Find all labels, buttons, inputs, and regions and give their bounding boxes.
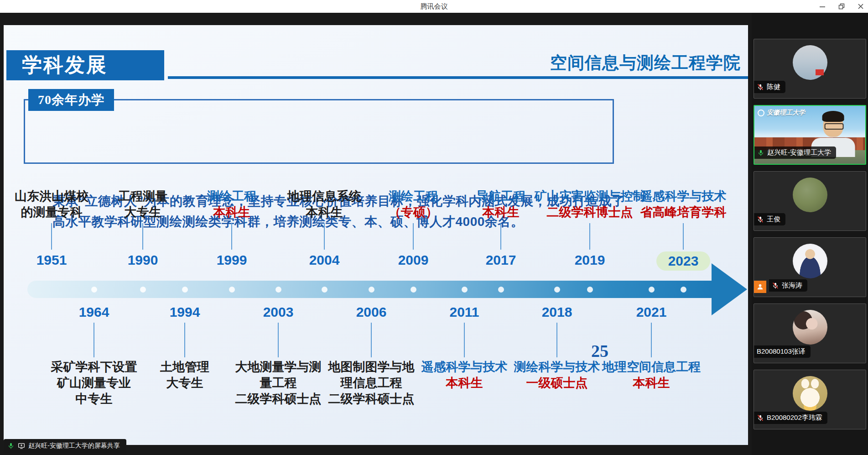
avatar [793,45,827,80]
timeline-bar [27,281,712,298]
mic-muted-icon [772,282,779,289]
timeline-dot [322,287,327,293]
avatar [793,310,827,345]
screen-share-statusbar[interactable]: 赵兴旺-安徽理工大学的屏幕共享 [4,439,126,453]
participant-tile[interactable]: 安徽理工大学 赵兴旺-安徽理工大学 [754,105,866,165]
timeline-dot [554,287,560,293]
connector-line [500,223,501,250]
participant-nametag: 陈健 [754,81,785,93]
participant-name: 陈健 [767,83,780,91]
mic-muted-icon [757,414,764,422]
milestone-label-line: 本科生 [578,375,724,391]
participant-name: 张海涛 [782,281,802,290]
timeline-dot [498,287,504,293]
connector-line [142,223,143,250]
coorganizer-badge [754,281,766,293]
connector-line [278,323,279,357]
timeline-dot [649,287,655,293]
participant-tile[interactable]: 王俊 [754,171,866,231]
screen-share-region: 学科发展 空间信息与测绘工程学院 秉承“立德树人”为本的教育理念，坚持专业核心价… [0,13,752,455]
tencent-meeting-window: 腾讯会议 学科发展 空间信息与测绘工程学院 秉承 [0,0,868,455]
timeline: 山东洪山煤校的测量专科1951工程测量大专生1990测绘工程本科生1999地理信… [4,25,748,445]
timeline-dot [91,287,97,293]
connector-line [413,223,414,250]
connector-line [94,323,94,357]
minimize-button[interactable] [819,3,826,10]
avatar [793,244,827,278]
milestone-label-line: 二级学科硕士点 [298,391,444,407]
mic-muted-icon [757,216,764,223]
milestone-year: 2023 [656,251,711,271]
timeline-dot [229,287,235,293]
connector-line [324,223,325,250]
page-number: 25 [591,341,608,361]
milestone-label-line: 地理空间信息工程 [578,359,724,375]
participant-tile[interactable]: B20080103张译 [754,303,866,363]
participant-name: 赵兴旺-安徽理工大学 [767,148,831,157]
connector-line [184,323,185,357]
university-logo-text: 安徽理工大学 [767,109,805,117]
mic-on-icon [757,149,764,157]
presentation-slide: 学科发展 空间信息与测绘工程学院 秉承“立德树人”为本的教育理念，坚持专业核心价… [4,25,748,445]
timeline-dot [182,287,188,293]
university-logo: 安徽理工大学 [758,109,805,117]
participant-tile[interactable]: 张海涛 [754,237,866,297]
screen-share-icon [18,442,25,450]
window-controls [819,0,864,13]
timeline-dot [462,287,468,293]
participant-name: B20080103张译 [757,347,806,356]
screen-share-label: 赵兴旺-安徽理工大学的屏幕共享 [28,442,120,450]
avatar [793,178,827,212]
window-title: 腾讯会议 [0,0,868,13]
timeline-dot [369,287,374,293]
connector-line [371,323,372,357]
mic-muted-icon [757,84,764,91]
connector-line [464,323,465,357]
participant-nametag: 王俊 [754,213,785,225]
avatar [793,376,827,411]
restore-button[interactable] [838,3,845,10]
connector-line [651,323,652,357]
participant-nametag: B20080202李玮霖 [754,412,827,424]
close-button[interactable] [857,3,864,10]
connector-line [231,223,232,250]
milestone-label: 地理空间信息工程本科生 [578,359,724,391]
participant-tile[interactable]: B20080202李玮霖 [754,370,866,429]
university-logo-icon [758,110,764,116]
participants-sidebar[interactable]: 陈健 安徽理工大学 赵兴旺-安徽理工大学 王俊 张海涛B20080103张译 [752,13,868,455]
milestone-label-line: 遥感科学与技术 [610,188,748,204]
milestone-label-line: 省高峰培育学科 [610,204,748,220]
milestone-year: 2021 [578,303,724,321]
connector-line [51,223,52,250]
participant-nametag: 张海涛 [769,279,807,292]
participant-nametag: 赵兴旺-安徽理工大学 [754,146,836,159]
window-titlebar: 腾讯会议 [0,0,868,13]
participant-nametag: B20080103张译 [754,345,811,358]
person-head [823,114,843,137]
milestone-label: 遥感科学与技术省高峰培育学科 [610,188,748,220]
milestone-2023: 遥感科学与技术省高峰培育学科2023 [610,188,748,271]
timeline-dot [587,287,593,293]
mic-on-icon [7,442,15,450]
timeline-dot [411,287,416,293]
milestone-label-line: 中专生 [21,391,167,407]
participant-name: 王俊 [767,215,780,224]
timeline-dot [681,287,686,293]
participant-tile[interactable]: 陈健 [754,39,866,99]
timeline-dot [275,287,281,293]
connector-line [589,223,590,250]
connector-line [556,323,557,357]
timeline-dot [140,287,146,293]
person-icon [756,283,764,291]
connector-line [683,223,684,250]
participant-name: B20080202李玮霖 [767,413,822,422]
